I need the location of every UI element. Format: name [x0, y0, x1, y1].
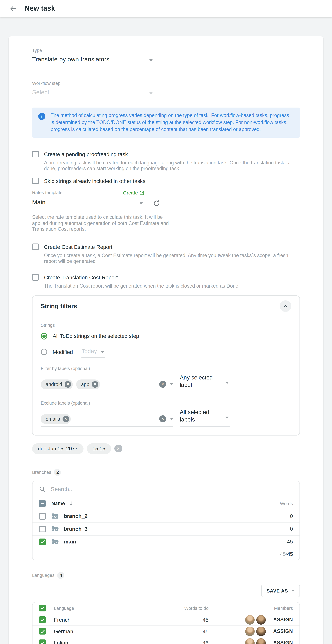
name-column-header: Name: [51, 500, 65, 506]
language-words: 45: [159, 617, 209, 623]
proofreading-label: Create a pending proofreading task: [44, 151, 128, 158]
page-body: Type Translate by own translators Workfl…: [0, 17, 332, 644]
chip-text: emails: [46, 416, 60, 422]
branch-words: 0: [290, 513, 293, 519]
chevron-down-icon: [149, 59, 153, 61]
create-link-label: Create: [123, 190, 138, 195]
language-checkbox[interactable]: [39, 616, 46, 623]
table-row[interactable]: main 45: [32, 535, 300, 548]
check-icon: [40, 606, 45, 610]
modified-period-select[interactable]: Today: [81, 346, 105, 358]
rates-template-help: Select the rate template used to calcula…: [32, 214, 174, 232]
type-field: Type Translate by own translators: [32, 48, 300, 67]
remove-chip-icon[interactable]: ✕: [65, 381, 71, 388]
all-todo-strings-radio[interactable]: [41, 333, 47, 339]
modified-period-value: Today: [81, 348, 97, 354]
words-to-do-column-header: Words to do: [159, 606, 209, 610]
language-words: 45: [159, 640, 209, 644]
filter-labels-input[interactable]: android ✕ app ✕ ✕: [41, 379, 173, 392]
save-as-label: SAVE AS: [267, 588, 288, 593]
table-row[interactable]: branch_3 0: [32, 522, 300, 535]
branches-search: [32, 481, 300, 497]
create-rates-template-link[interactable]: Create: [123, 190, 144, 195]
exclude-labels-input[interactable]: emails ✕ ✕: [41, 414, 173, 427]
remove-chip-icon[interactable]: ✕: [62, 416, 69, 422]
external-link-icon: [140, 191, 144, 195]
language-checkbox[interactable]: [39, 628, 46, 634]
translation-cost-group: Create Translation Cost Report The Trans…: [32, 274, 300, 289]
branch-words: 45: [287, 538, 293, 545]
assign-button[interactable]: ASSIGN: [273, 640, 293, 644]
rates-template-value: Main: [32, 198, 137, 206]
select-all-branches-checkbox[interactable]: [39, 500, 46, 507]
assign-button[interactable]: ASSIGN: [273, 617, 293, 622]
proofreading-description: A proofreading task will be created for …: [44, 160, 300, 172]
exclude-labels-match-select[interactable]: All selected labels: [180, 408, 230, 427]
chevron-down-icon: [149, 92, 153, 94]
save-as-button[interactable]: SAVE AS: [261, 584, 300, 597]
sort-descending-icon[interactable]: [69, 501, 73, 506]
translation-cost-checkbox[interactable]: [32, 274, 39, 280]
branch-checkbox[interactable]: [39, 526, 46, 532]
branch-checkbox[interactable]: [39, 513, 46, 520]
member-avatar: [245, 615, 255, 624]
workflow-step-field: Workflow step Select...: [32, 81, 300, 100]
branches-count-badge: 2: [54, 469, 61, 476]
skip-strings-checkbox[interactable]: [32, 178, 39, 184]
branch-checkbox[interactable]: [39, 538, 46, 545]
table-row[interactable]: branch_2 0: [32, 510, 300, 522]
proofreading-group: Create a pending proofreading task A pro…: [32, 151, 300, 172]
clear-field-icon[interactable]: ✕: [159, 381, 166, 388]
remove-due-date-icon[interactable]: ✕: [114, 444, 122, 452]
assign-button[interactable]: ASSIGN: [273, 628, 293, 634]
back-arrow-icon[interactable]: [9, 4, 17, 13]
branch-name: branch_2: [64, 513, 87, 519]
rates-template-select[interactable]: Main: [32, 196, 144, 210]
languages-count-badge: 4: [57, 572, 64, 579]
due-date-chip[interactable]: due Jun 15, 2077: [32, 443, 83, 454]
branch-folder-icon: [51, 526, 59, 532]
cost-estimate-checkbox[interactable]: [32, 243, 39, 250]
table-row[interactable]: Italian 45 ASSIGN: [32, 637, 300, 644]
workflow-step-label: Workflow step: [32, 81, 300, 86]
branch-name: main: [64, 538, 76, 545]
exclude-labels-match-value: All selected labels: [180, 408, 209, 422]
select-all-languages-checkbox[interactable]: [39, 605, 46, 611]
languages-table-header: Language Words to do Members: [32, 602, 300, 614]
check-icon: [40, 618, 45, 622]
check-icon: [40, 540, 45, 544]
member-avatar: [245, 626, 255, 636]
translation-cost-description: The Translation Cost report will be gene…: [44, 283, 300, 289]
chevron-down-icon: [140, 202, 143, 204]
branches-total-row: 45/45: [32, 548, 300, 560]
rates-template-row: Main: [32, 196, 300, 210]
filter-labels-match-select[interactable]: Any selected label: [180, 374, 230, 392]
branch-name: branch_3: [64, 526, 87, 532]
chip-text: app: [81, 382, 89, 387]
branches-search-input[interactable]: [51, 486, 293, 492]
languages-table: Language Words to do Members French 45 A…: [32, 602, 300, 644]
due-time-chip[interactable]: 15:15: [87, 443, 111, 454]
language-column-header: Language: [54, 606, 159, 610]
workflow-step-select[interactable]: Select...: [32, 86, 154, 100]
type-select[interactable]: Translate by own translators: [32, 53, 154, 67]
rates-template-header: Rates template: Create: [32, 190, 144, 195]
label-chip: android ✕: [41, 379, 73, 389]
cost-estimate-group: Create Cost Estimate Report Once you cre…: [32, 243, 300, 264]
table-row[interactable]: German 45 ASSIGN: [32, 625, 300, 637]
label-chip: emails ✕: [41, 414, 71, 424]
filter-labels-label: Filter by labels (optional): [41, 366, 291, 371]
chevron-down-icon: [291, 590, 295, 592]
collapse-panel-button[interactable]: [280, 300, 291, 312]
proofreading-checkbox[interactable]: [32, 151, 39, 158]
language-checkbox[interactable]: [39, 640, 46, 644]
chevron-down-icon: [170, 418, 173, 420]
branch-words: 0: [290, 526, 293, 532]
table-row[interactable]: French 45 ASSIGN: [32, 614, 300, 625]
cost-estimate-description: Once you create a task, a Cost Estimate …: [44, 252, 300, 264]
clear-field-icon[interactable]: ✕: [159, 415, 166, 422]
modified-radio[interactable]: [41, 348, 47, 355]
remove-chip-icon[interactable]: ✕: [92, 381, 98, 388]
refresh-icon[interactable]: [153, 200, 160, 207]
progress-info-banner: i The method of calculating progress var…: [32, 108, 300, 138]
